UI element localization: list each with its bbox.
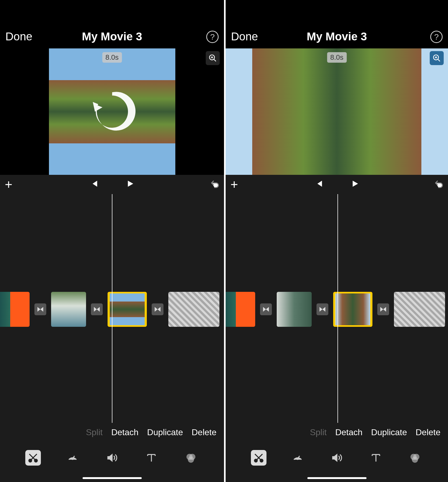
clip-4[interactable] [168, 292, 219, 327]
phone-left: Done My Movie 3 ? 8.0s + [0, 0, 224, 482]
volume-tool[interactable] [329, 450, 344, 466]
skip-back-button[interactable] [314, 179, 323, 189]
timeline[interactable] [0, 194, 224, 423]
duplicate-action[interactable]: Duplicate [371, 427, 407, 437]
transition-icon[interactable] [377, 303, 389, 315]
clip-duration-badge: 8.0s [327, 52, 347, 63]
cut-tool[interactable] [251, 450, 266, 466]
detach-action[interactable]: Detach [335, 427, 362, 437]
home-indicator[interactable] [226, 474, 448, 482]
clip-actions: Split Detach Duplicate Delete [0, 423, 224, 442]
transition-icon[interactable] [91, 303, 103, 315]
text-tool[interactable] [144, 450, 159, 466]
detach-action[interactable]: Detach [111, 427, 138, 437]
filters-tool[interactable] [407, 450, 423, 466]
header: Done My Movie 3 ? [226, 0, 448, 48]
clip-3-selected[interactable] [108, 292, 147, 327]
clip-2[interactable] [277, 292, 312, 327]
undo-button[interactable] [434, 179, 443, 189]
add-media-button[interactable]: + [5, 177, 16, 192]
transition-icon[interactable] [152, 303, 163, 315]
duplicate-action[interactable]: Duplicate [147, 427, 183, 437]
filters-tool[interactable] [183, 450, 199, 466]
playhead[interactable] [112, 194, 112, 423]
preview-area[interactable]: 8.0s [226, 48, 448, 175]
svg-point-16 [188, 457, 194, 463]
home-indicator[interactable] [0, 474, 224, 482]
cut-tool[interactable] [25, 450, 41, 466]
svg-line-18 [438, 59, 440, 61]
phone-right: Done My Movie 3 ? 8.0s + Split [224, 0, 448, 482]
transition-icon[interactable] [317, 303, 328, 315]
header: Done My Movie 3 ? [0, 0, 224, 48]
toolbar [226, 442, 448, 474]
project-title: My Movie 3 [82, 30, 142, 43]
play-button[interactable] [350, 179, 360, 189]
help-button[interactable]: ? [206, 31, 219, 43]
preview-frame: 8.0s [49, 48, 175, 175]
project-title: My Movie 3 [307, 30, 367, 43]
delete-action[interactable]: Delete [192, 427, 217, 437]
svg-line-1 [214, 59, 216, 61]
zoom-button[interactable] [206, 51, 220, 65]
clip-track[interactable] [0, 292, 219, 327]
zoom-button[interactable] [430, 51, 444, 65]
svg-point-26 [297, 458, 298, 459]
preview-frame: 8.0s [226, 48, 448, 175]
clip-3-selected[interactable] [333, 292, 372, 327]
play-button[interactable] [126, 179, 135, 189]
skip-back-button[interactable] [90, 179, 99, 189]
help-button[interactable]: ? [430, 31, 443, 43]
clip-track[interactable] [226, 292, 445, 327]
clip-4[interactable] [394, 292, 445, 327]
text-tool[interactable] [368, 450, 384, 466]
svg-point-9 [72, 458, 73, 459]
playhead[interactable] [337, 194, 338, 423]
split-action: Split [310, 427, 326, 437]
clip-duration-badge: 8.0s [102, 52, 122, 63]
transition-icon[interactable] [260, 303, 272, 315]
speed-tool[interactable] [65, 450, 80, 466]
undo-button[interactable] [210, 179, 219, 189]
add-media-button[interactable]: + [230, 177, 241, 192]
clip-2[interactable] [51, 292, 86, 327]
transport-bar: + [0, 175, 224, 194]
done-button[interactable]: Done [5, 30, 32, 43]
volume-tool[interactable] [104, 450, 120, 466]
rotate-overlay-icon [85, 85, 139, 139]
preview-area[interactable]: 8.0s [0, 48, 224, 175]
svg-point-33 [412, 457, 418, 463]
done-button[interactable]: Done [231, 30, 258, 43]
toolbar [0, 442, 224, 474]
clip-actions: Split Detach Duplicate Delete [226, 423, 448, 442]
transport-bar: + [226, 175, 448, 194]
delete-action[interactable]: Delete [416, 427, 441, 437]
split-action: Split [86, 427, 102, 437]
clip-1[interactable] [0, 292, 30, 327]
timeline[interactable] [226, 194, 448, 423]
speed-tool[interactable] [290, 450, 305, 466]
transition-icon[interactable] [34, 303, 46, 315]
clip-1[interactable] [226, 292, 255, 327]
